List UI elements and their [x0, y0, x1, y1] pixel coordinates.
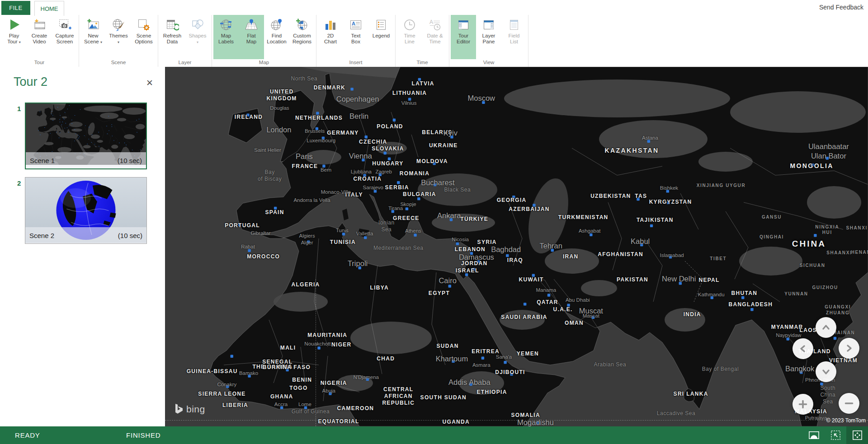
capture-view-icon[interactable] [825, 426, 846, 444]
map-background-icon[interactable] [803, 426, 825, 444]
scene-2-thumbnail[interactable]: Scene 2 (10 sec) [25, 177, 147, 244]
ribbon-button-label: CaptureScreen [56, 33, 74, 45]
svg-text:A: A [352, 21, 355, 26]
tab-bar: FILE HOME Send Feedback [0, 0, 868, 15]
scene-2-label: Scene 2 (10 sec) [25, 227, 146, 243]
ribbon-new-scene-button[interactable]: NewScene ▾ [80, 15, 106, 59]
new-scene-icon [86, 18, 100, 32]
dropdown-caret-icon: ▾ [19, 40, 21, 44]
scene-number: 2 [17, 179, 21, 187]
status-finished: FINISHED [126, 431, 160, 439]
ribbon-play-tour-button[interactable]: PlayTour ▾ [1, 15, 27, 59]
graticule-line [165, 420, 868, 421]
ribbon-2d-chart-button[interactable]: 2DChart [318, 15, 343, 59]
world-map [165, 67, 868, 426]
scene-duration: (10 sec) [118, 232, 142, 239]
ribbon-group-label: Scene [80, 59, 156, 67]
ribbon-custom-regions-button[interactable]: CustomRegions [289, 15, 315, 59]
dropdown-caret-icon: ▾ [197, 40, 198, 44]
dropdown-caret-icon: ▾ [118, 40, 119, 44]
ribbon-group-label: Time [397, 59, 448, 67]
ribbon-button-label: FieldList [509, 33, 520, 45]
scene-name: Scene 2 [29, 232, 54, 239]
ribbon-flat-map-button[interactable]: FlatMap [239, 15, 264, 59]
ribbon-button-label: CreateVideo [32, 33, 47, 45]
ribbon-date-time-button: ADate &Time [422, 15, 448, 59]
ribbon-field-list-button: FieldList [501, 15, 527, 59]
graticule-line [316, 279, 316, 426]
ribbon-tour-editor-button[interactable]: TourEditor [451, 15, 476, 59]
text-box-icon: A [349, 18, 363, 32]
tab-file[interactable]: FILE [1, 1, 30, 15]
ribbon-group-label: Map [213, 59, 315, 67]
tab-home[interactable]: HOME [34, 1, 64, 16]
pan-right-button[interactable] [839, 338, 859, 359]
date-time-icon: A [428, 18, 442, 32]
svg-text:A: A [429, 19, 433, 25]
tour-editor-panel: Tour 2 ✕ 1 Scene 1 (10 sec) 2 [0, 67, 165, 426]
ribbon-themes-button[interactable]: Themes▾ [106, 15, 131, 59]
ribbon-button-label: 2DChart [324, 33, 337, 45]
ribbon-group-time: TimeLineADate &TimeTime [396, 15, 449, 67]
custom-regions-icon [295, 18, 309, 32]
ribbon-button-label: RefreshData [163, 33, 181, 45]
ribbon-button-label: TextBox [351, 33, 360, 45]
ribbon-time-line-button: TimeLine [397, 15, 422, 59]
map-labels-icon [219, 18, 233, 32]
tour-editor-icon [457, 18, 470, 32]
scene-number: 1 [17, 105, 21, 112]
themes-icon [112, 18, 125, 32]
ribbon: PlayTour ▾CreateVideoCaptureScreenTourNe… [0, 15, 868, 67]
scene-1-label: Scene 1 (10 sec) [26, 152, 146, 168]
bing-logo-text: bing [186, 404, 205, 415]
ribbon-map-labels-button[interactable]: MapLabels [213, 15, 239, 59]
ribbon-group-tour: PlayTour ▾CreateVideoCaptureScreenTour [0, 15, 79, 67]
fit-to-window-icon[interactable] [846, 426, 868, 444]
ribbon-layer-pane-button[interactable]: LayerPane [476, 15, 501, 59]
flat-map-icon [245, 18, 258, 32]
scene-1-thumbnail[interactable]: Scene 1 (10 sec) [25, 103, 147, 169]
ribbon-button-label: SceneOptions [135, 33, 153, 45]
shapes-icon [191, 18, 204, 32]
ribbon-find-location-button[interactable]: FindLocation [264, 15, 289, 59]
time-line-icon [403, 18, 416, 32]
ribbon-text-box-button[interactable]: ATextBox [343, 15, 368, 59]
pan-left-button[interactable] [793, 338, 813, 359]
layer-pane-icon [482, 18, 495, 32]
dropdown-caret-icon: ▾ [100, 40, 102, 44]
ribbon-refresh-data-button[interactable]: RefreshData [160, 15, 185, 59]
tour-title: Tour 2 [14, 75, 47, 89]
ribbon-legend-button[interactable]: Legend [368, 15, 394, 59]
ribbon-button-label: PlayTour ▾ [7, 33, 21, 45]
pan-up-button[interactable] [816, 317, 836, 338]
ribbon-button-label: Shapes▾ [189, 33, 206, 45]
ribbon-scene-options-button[interactable]: SceneOptions [131, 15, 156, 59]
scene-duration: (10 sec) [118, 157, 142, 164]
ribbon-group-label: Layer [160, 59, 210, 67]
scene-options-icon [137, 18, 151, 32]
ribbon-group-label: Tour [1, 59, 77, 67]
ribbon-group-label: Insert [318, 59, 394, 67]
ribbon-capture-screen-button[interactable]: CaptureScreen [52, 15, 77, 59]
zoom-out-button[interactable] [839, 393, 859, 414]
play-tour-icon [7, 18, 21, 32]
ribbon-create-video-button[interactable]: CreateVideo [27, 15, 52, 59]
ribbon-group-scene: NewScene ▾Themes▾SceneOptionsScene [79, 15, 158, 67]
bing-b-icon [175, 404, 183, 415]
capture-screen-icon [58, 18, 71, 32]
send-feedback-link[interactable]: Send Feedback [819, 4, 863, 11]
ribbon-group-insert: 2DChartATextBoxLegendInsert [316, 15, 396, 67]
close-icon[interactable]: ✕ [146, 79, 153, 87]
ribbon-group-layer: RefreshDataShapes▾Layer [158, 15, 212, 67]
zoom-in-button[interactable] [793, 394, 813, 415]
ribbon-button-label: Legend [373, 33, 390, 39]
status-bar: READY FINISHED [0, 426, 868, 444]
map-attribution: © 2023 TomTom [826, 417, 866, 424]
ribbon-button-label: LayerPane [482, 33, 495, 45]
ribbon-button-label: MapLabels [218, 33, 234, 45]
pan-down-button[interactable] [816, 361, 836, 382]
ribbon-group-map: MapLabelsFlatMapFindLocationCustomRegion… [212, 15, 316, 67]
ribbon-button-label: FlatMap [246, 33, 256, 45]
map-viewport[interactable]: DENMARKUNITED KINGDOMIRELANDNETHERLANDSP… [165, 67, 868, 426]
ribbon-button-label: Date &Time [427, 33, 443, 45]
